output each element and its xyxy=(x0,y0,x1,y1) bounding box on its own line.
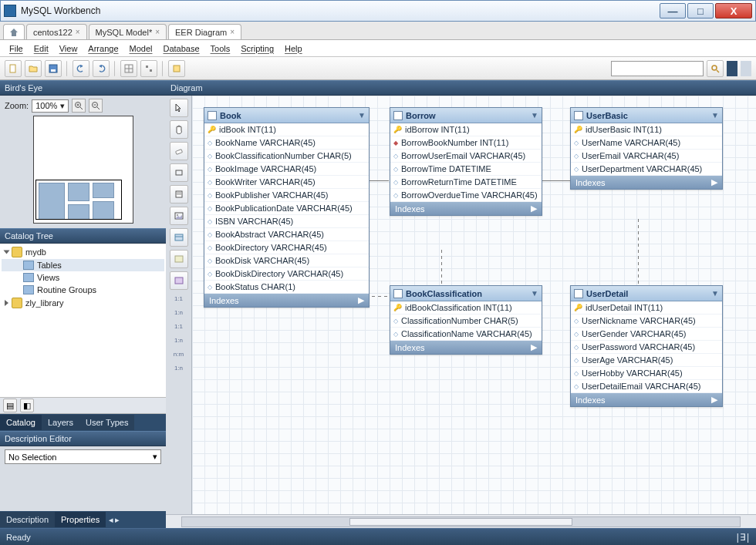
column-row[interactable]: 🔑idBorrow INT(11) xyxy=(390,123,542,136)
column-row[interactable]: ◇BookDisk VARCHAR(45) xyxy=(204,254,369,267)
tree-node-routines[interactable]: Routine Groups xyxy=(2,284,164,296)
entity-userbasic[interactable]: UserBasic▼ 🔑idUserBasic INT(11)◇UserName… xyxy=(570,107,723,190)
tool-pointer[interactable] xyxy=(170,99,188,117)
tab-eer-diagram[interactable]: EER Diagram× xyxy=(168,24,241,39)
tool-rel-n-m[interactable]: n:m xyxy=(170,348,188,359)
align-button[interactable] xyxy=(140,60,157,77)
column-row[interactable]: ◇ClassificationName VARCHAR(45) xyxy=(390,328,542,341)
tree-node-tables[interactable]: Tables xyxy=(2,259,164,271)
column-row[interactable]: 🔑idBook INT(11) xyxy=(204,123,369,136)
minimize-button[interactable]: — xyxy=(660,3,686,19)
zoom-in-button[interactable] xyxy=(72,99,86,113)
scroll-thumb[interactable] xyxy=(349,518,572,526)
column-row[interactable]: ◇BookWriter VARCHAR(45) xyxy=(204,176,369,189)
tool-hand[interactable] xyxy=(170,120,188,139)
catalog-action-2[interactable]: ◧ xyxy=(20,399,34,412)
tool-layer[interactable] xyxy=(170,163,188,182)
tool-view[interactable] xyxy=(170,250,188,268)
column-row[interactable]: ◇BorrowUserEmail VARCHAR(45) xyxy=(390,150,542,163)
menu-view[interactable]: View xyxy=(55,42,83,55)
column-row[interactable]: ◇BookName VARCHAR(45) xyxy=(204,136,369,150)
tab-close-icon[interactable]: × xyxy=(155,28,160,36)
panel-toggle-right[interactable] xyxy=(741,61,751,76)
tab-description[interactable]: Description xyxy=(0,512,55,527)
search-button[interactable] xyxy=(707,60,724,77)
menu-database[interactable]: Database xyxy=(158,42,204,55)
tree-node-zly-library[interactable]: zly_library xyxy=(2,296,164,310)
menu-tools[interactable]: Tools xyxy=(206,42,235,55)
search-input[interactable] xyxy=(611,61,704,76)
tab-user-types[interactable]: User Types xyxy=(79,415,134,430)
new-tab-button[interactable] xyxy=(168,60,185,77)
entity-borrow[interactable]: Borrow▼ 🔑idBorrow INT(11)◆BorrowBookNumb… xyxy=(390,107,542,216)
column-row[interactable]: ◇UserName VARCHAR(45) xyxy=(571,136,722,150)
tool-routine[interactable] xyxy=(170,271,188,290)
column-row[interactable]: 🔑idUserDetail INT(11) xyxy=(571,301,722,315)
tool-eraser[interactable] xyxy=(170,142,188,160)
undo-button[interactable] xyxy=(73,60,89,77)
tool-table[interactable] xyxy=(170,228,188,247)
collapse-icon[interactable]: ▼ xyxy=(531,289,538,298)
open-button[interactable] xyxy=(25,60,42,77)
expand-icon[interactable] xyxy=(4,251,10,254)
diagram-canvas[interactable]: Book▼ 🔑idBook INT(11)◇BookName VARCHAR(4… xyxy=(192,96,756,514)
next-icon[interactable]: ▸ xyxy=(115,515,120,525)
indexes-row[interactable]: Indexes▶ xyxy=(390,341,542,354)
zoom-out-button[interactable] xyxy=(89,99,103,113)
entity-book[interactable]: Book▼ 🔑idBook INT(11)◇BookName VARCHAR(4… xyxy=(204,107,370,308)
tab-centos122[interactable]: centos122× xyxy=(26,24,87,39)
column-row[interactable]: ◇ClassificationNumber CHAR(5) xyxy=(390,315,542,328)
maximize-button[interactable]: □ xyxy=(687,3,714,19)
column-row[interactable]: ◇BookImage VARCHAR(45) xyxy=(204,163,369,176)
grid-button[interactable] xyxy=(120,60,137,77)
column-row[interactable]: ◇BorrowReturnTime DATETIME xyxy=(390,176,542,189)
save-button[interactable] xyxy=(45,60,62,77)
column-row[interactable]: ◇BookAbstract VARCHAR(45) xyxy=(204,228,369,241)
column-row[interactable]: ◇UserNickname VARCHAR(45) xyxy=(571,315,722,328)
indexes-row[interactable]: Indexes▶ xyxy=(571,393,722,406)
panel-toggle-left[interactable] xyxy=(727,61,737,76)
horizontal-scrollbar[interactable] xyxy=(166,514,756,528)
tab-close-icon[interactable]: × xyxy=(76,28,80,36)
tab-close-icon[interactable]: × xyxy=(230,28,235,36)
column-row[interactable]: ◇BookPublicationDate VARCHAR(45) xyxy=(204,202,369,215)
tool-image[interactable] xyxy=(170,207,188,225)
tab-layers[interactable]: Layers xyxy=(42,415,79,430)
column-row[interactable]: ◇UserPassword VARCHAR(45) xyxy=(571,341,722,354)
column-row[interactable]: ◇UserAge VARCHAR(45) xyxy=(571,354,722,367)
description-selector[interactable]: No Selection▾ xyxy=(5,449,161,464)
column-row[interactable]: ◇BookClassificationNumber CHAR(5) xyxy=(204,150,369,163)
prev-icon[interactable]: ◂ xyxy=(109,515,113,525)
expand-icon[interactable] xyxy=(5,300,8,306)
column-row[interactable]: ◆BorrowBookNumber INT(11) xyxy=(390,136,542,150)
tool-rel-1-n-nonid[interactable]: 1:n xyxy=(170,307,188,318)
collapse-icon[interactable]: ▼ xyxy=(531,111,538,119)
collapse-icon[interactable]: ▼ xyxy=(711,111,719,119)
column-row[interactable]: ◇UserGender VARCHAR(45) xyxy=(571,328,722,341)
column-row[interactable]: ◇UserDepartment VARCHAR(45) xyxy=(571,163,722,176)
menu-scripting[interactable]: Scripting xyxy=(236,42,278,55)
column-row[interactable]: ◇BorrowOverdueTime VARCHAR(45) xyxy=(390,189,542,202)
zoom-select[interactable]: 100%▾ xyxy=(32,99,69,113)
column-row[interactable]: ◇BookPublisher VARCHAR(45) xyxy=(204,189,369,202)
tree-node-views[interactable]: Views xyxy=(2,271,164,284)
redo-button[interactable] xyxy=(93,60,110,77)
tab-properties[interactable]: Properties xyxy=(55,512,106,527)
minimap[interactable] xyxy=(33,116,133,224)
column-row[interactable]: ◇BookDiskDirectory VARCHAR(45) xyxy=(204,267,369,281)
column-row[interactable]: ◇BorrowTime DATETIME xyxy=(390,163,542,176)
close-button[interactable]: X xyxy=(715,3,752,19)
tab-mysql-model[interactable]: MySQL Model*× xyxy=(89,24,167,39)
menu-model[interactable]: Model xyxy=(125,42,157,55)
column-row[interactable]: ◇UserDetailEmail VARCHAR(45) xyxy=(571,380,722,393)
tool-note[interactable] xyxy=(170,185,188,204)
entity-bookclassification[interactable]: BookClassification▼ 🔑idBookClassificatio… xyxy=(390,285,542,355)
menu-edit[interactable]: Edit xyxy=(29,42,53,55)
column-row[interactable]: ◇UserEmail VARCHAR(45) xyxy=(571,150,722,163)
menu-file[interactable]: File xyxy=(5,42,28,55)
column-row[interactable]: ◇BookStatus CHAR(1) xyxy=(204,281,369,294)
column-row[interactable]: 🔑idUserBasic INT(11) xyxy=(571,123,722,136)
indexes-row[interactable]: Indexes▶ xyxy=(390,202,542,215)
home-tab[interactable] xyxy=(3,24,25,39)
column-row[interactable]: ◇UserHobby VARCHAR(45) xyxy=(571,367,722,380)
